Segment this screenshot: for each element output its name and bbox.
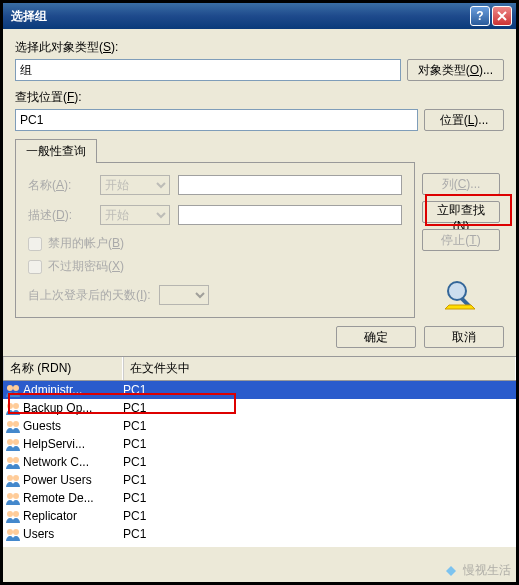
help-button[interactable]: ?: [470, 6, 490, 26]
group-icon: [5, 508, 21, 524]
item-location: PC1: [123, 491, 514, 505]
item-name: Guests: [23, 419, 123, 433]
item-name: Replicator: [23, 509, 123, 523]
svg-point-3: [13, 385, 19, 391]
col-header-location[interactable]: 在文件夹中: [123, 357, 516, 380]
group-icon: [5, 526, 21, 542]
item-name: Remote De...: [23, 491, 123, 505]
svg-point-11: [13, 457, 19, 463]
list-item[interactable]: UsersPC1: [3, 525, 516, 543]
query-tabs: 一般性查询 名称(A): 开始 描述(D): 开始 禁用的帐户(B) 不过期密码…: [15, 139, 504, 318]
svg-point-10: [7, 457, 13, 463]
no-expire-label: 不过期密码(X): [48, 258, 124, 275]
svg-point-15: [13, 493, 19, 499]
object-type-label: 选择此对象类型(S):: [15, 39, 504, 56]
item-location: PC1: [123, 473, 514, 487]
object-types-button[interactable]: 对象类型(O)...: [407, 59, 504, 81]
list-header: 名称 (RDN) 在文件夹中: [3, 357, 516, 381]
item-location: PC1: [123, 383, 514, 397]
svg-point-12: [7, 475, 13, 481]
svg-point-16: [7, 511, 13, 517]
disabled-accounts-checkbox: [28, 237, 42, 251]
group-icon: [5, 418, 21, 434]
list-item[interactable]: Network C...PC1: [3, 453, 516, 471]
desc-match-select: 开始: [100, 205, 170, 225]
list-item[interactable]: Power UsersPC1: [3, 471, 516, 489]
list-item[interactable]: GuestsPC1: [3, 417, 516, 435]
item-name: Administr...: [23, 383, 123, 397]
svg-point-4: [7, 403, 13, 409]
list-item[interactable]: Backup Op...PC1: [3, 399, 516, 417]
svg-point-2: [7, 385, 13, 391]
list-item[interactable]: HelpServi...PC1: [3, 435, 516, 453]
watermark-logo-icon: [443, 563, 459, 579]
object-type-input[interactable]: [15, 59, 401, 81]
find-location-input[interactable]: [15, 109, 418, 131]
name-value-input: [178, 175, 402, 195]
group-icon: [5, 454, 21, 470]
close-icon: [497, 11, 507, 21]
list-item[interactable]: Administr...PC1: [3, 381, 516, 399]
name-label: 名称(A):: [28, 177, 92, 194]
item-location: PC1: [123, 455, 514, 469]
group-icon: [5, 436, 21, 452]
no-expire-checkbox: [28, 260, 42, 274]
svg-point-18: [7, 529, 13, 535]
svg-point-5: [13, 403, 19, 409]
days-label: 自上次登录后的天数(I):: [28, 287, 151, 304]
item-location: PC1: [123, 401, 514, 415]
group-icon: [5, 490, 21, 506]
svg-point-6: [7, 421, 13, 427]
item-name: Backup Op...: [23, 401, 123, 415]
dialog-content: 选择此对象类型(S): 对象类型(O)... 查找位置(F): 位置(L)...…: [3, 29, 516, 318]
watermark: 慢视生活: [443, 562, 511, 579]
disabled-accounts-label: 禁用的帐户(B): [48, 235, 124, 252]
item-name: Power Users: [23, 473, 123, 487]
list-item[interactable]: Remote De...PC1: [3, 489, 516, 507]
group-icon: [5, 382, 21, 398]
dialog-buttons: 确定 取消: [3, 318, 516, 357]
svg-point-14: [7, 493, 13, 499]
find-now-button[interactable]: 立即查找(N): [422, 201, 500, 223]
desc-value-input: [178, 205, 402, 225]
item-location: PC1: [123, 527, 514, 541]
svg-point-7: [13, 421, 19, 427]
svg-point-9: [13, 439, 19, 445]
desc-label: 描述(D):: [28, 207, 92, 224]
results-list[interactable]: 名称 (RDN) 在文件夹中 Administr...PC1Backup Op.…: [3, 357, 516, 547]
close-button[interactable]: [492, 6, 512, 26]
item-location: PC1: [123, 437, 514, 451]
window-title: 选择组: [7, 8, 468, 25]
stop-button[interactable]: 停止(T): [422, 229, 500, 251]
query-panel: 名称(A): 开始 描述(D): 开始 禁用的帐户(B) 不过期密码(X) 自上…: [15, 162, 415, 318]
group-icon: [5, 400, 21, 416]
svg-point-19: [13, 529, 19, 535]
col-header-name[interactable]: 名称 (RDN): [3, 357, 123, 380]
svg-point-13: [13, 475, 19, 481]
item-location: PC1: [123, 509, 514, 523]
name-match-select: 开始: [100, 175, 170, 195]
side-buttons: 列(C)... 立即查找(N) 停止(T): [422, 173, 500, 313]
item-name: Users: [23, 527, 123, 541]
days-input: [159, 285, 209, 305]
ok-button[interactable]: 确定: [336, 326, 416, 348]
svg-point-17: [13, 511, 19, 517]
locations-button[interactable]: 位置(L)...: [424, 109, 504, 131]
item-name: HelpServi...: [23, 437, 123, 451]
columns-button[interactable]: 列(C)...: [422, 173, 500, 195]
list-item[interactable]: ReplicatorPC1: [3, 507, 516, 525]
find-icon: [443, 277, 479, 313]
group-icon: [5, 472, 21, 488]
tab-common-queries[interactable]: 一般性查询: [15, 139, 97, 163]
cancel-button[interactable]: 取消: [424, 326, 504, 348]
item-name: Network C...: [23, 455, 123, 469]
svg-point-8: [7, 439, 13, 445]
titlebar: 选择组 ?: [3, 3, 516, 29]
item-location: PC1: [123, 419, 514, 433]
find-location-label: 查找位置(F):: [15, 89, 504, 106]
